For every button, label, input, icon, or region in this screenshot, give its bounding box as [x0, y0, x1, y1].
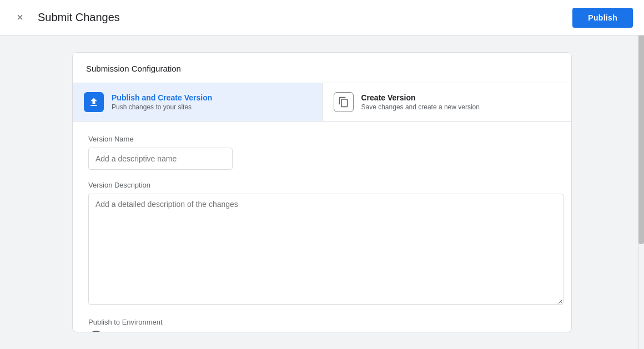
version-description-label: Version Description — [88, 181, 556, 189]
publish-environment-group: Publish to Environment Live — [88, 318, 556, 332]
version-name-label: Version Name — [88, 135, 556, 143]
card-title: Submission Configuration — [86, 64, 181, 73]
version-description-textarea[interactable] — [88, 194, 564, 305]
main-content: Submission Configuration Publish and Cre… — [0, 36, 644, 349]
publish-create-icon-box — [84, 92, 104, 112]
version-name-group: Version Name — [88, 135, 556, 170]
scrollbar-track — [638, 0, 644, 349]
create-version-text: Create Version Save changes and create a… — [361, 93, 480, 111]
close-button[interactable]: × — [11, 9, 29, 27]
tab-create-version-sublabel: Save changes and create a new version — [361, 103, 480, 111]
version-description-group: Version Description — [88, 181, 556, 307]
tab-publish-create[interactable]: Publish and Create Version Push changes … — [73, 83, 323, 121]
env-row: Live — [88, 331, 556, 332]
version-icon — [338, 97, 349, 108]
env-status-icon — [88, 331, 104, 332]
submission-card: Submission Configuration Publish and Cre… — [72, 52, 572, 332]
top-bar: × Submit Changes Publish — [0, 0, 644, 36]
form-area: Version Name Version Description Publish… — [73, 122, 571, 332]
version-name-input[interactable] — [88, 148, 233, 170]
publish-button[interactable]: Publish — [572, 8, 633, 28]
tab-create-version[interactable]: Create Version Save changes and create a… — [323, 83, 572, 121]
tab-publish-create-sublabel: Push changes to your sites — [112, 103, 212, 111]
create-version-icon-box — [334, 92, 354, 112]
tab-options: Publish and Create Version Push changes … — [73, 83, 571, 122]
dialog-title: Submit Changes — [38, 11, 120, 24]
top-bar-left: × Submit Changes — [11, 9, 120, 27]
publish-create-text: Publish and Create Version Push changes … — [112, 93, 212, 111]
tab-create-version-label: Create Version — [361, 93, 480, 102]
publish-env-label: Publish to Environment — [88, 318, 556, 326]
scrollbar-thumb[interactable] — [638, 33, 644, 244]
close-icon: × — [17, 11, 23, 24]
upload-icon — [88, 97, 99, 108]
card-header: Submission Configuration — [73, 53, 571, 83]
tab-publish-create-label: Publish and Create Version — [112, 93, 212, 102]
